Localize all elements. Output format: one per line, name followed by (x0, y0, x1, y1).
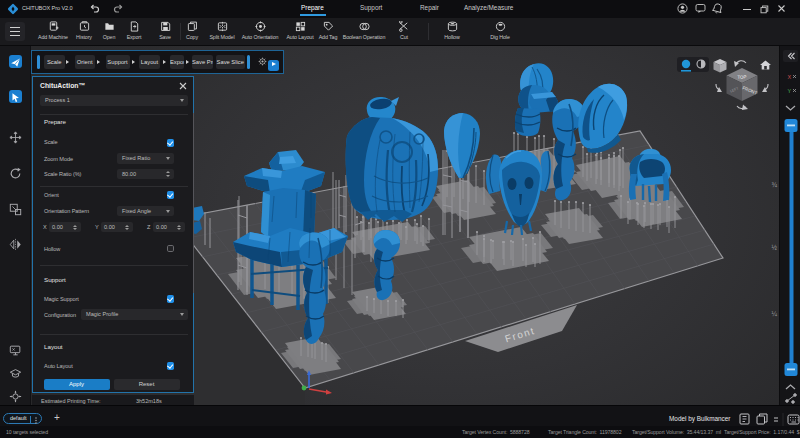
svg-text:Y: Y (788, 88, 792, 94)
svg-text:TOP: TOP (737, 74, 746, 79)
svg-text:¼: ¼ (772, 310, 778, 317)
svg-text:X: X (788, 74, 792, 80)
svg-text:½: ½ (772, 244, 778, 251)
svg-text:¾: ¾ (772, 181, 778, 188)
